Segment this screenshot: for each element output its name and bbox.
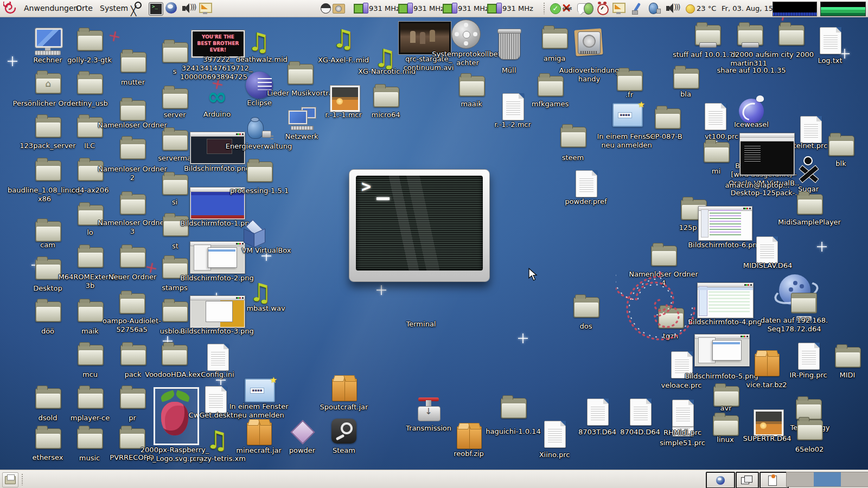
processing-label[interactable]: processing-1.5.1 (224, 187, 295, 195)
bla-icon[interactable] (673, 68, 699, 89)
login-fenster-1-icon[interactable]: ▪▪▪▪★ (612, 103, 643, 127)
energieverwaltung-label[interactable]: Energieverwaltung (218, 142, 299, 151)
vbox-terminal-window-icon[interactable] (739, 133, 795, 176)
r-1-2-mcr-label[interactable]: r.-1.-2.mcr (483, 120, 542, 129)
namenloser-ordner-2-icon[interactable] (120, 139, 146, 159)
window-stack-task-button[interactable] (736, 472, 759, 488)
dsold-icon[interactable] (35, 388, 61, 409)
m64romextender-icon[interactable] (78, 247, 104, 268)
bla-label[interactable]: bla (656, 90, 716, 99)
pack123-server-icon[interactable] (35, 117, 61, 138)
show-desktop-button[interactable] (2, 472, 18, 487)
bildschirmfoto-3-label[interactable]: Bildschirmfoto-3.png (176, 327, 258, 336)
login-fenster-2-label[interactable]: In einem Fenster neu anmelden (221, 402, 297, 420)
stuff-auf-icon[interactable] (695, 25, 721, 46)
bildschirmfoto-label[interactable]: Bildschirmfoto.png (179, 164, 255, 173)
bildschirmfoto-5-icon[interactable] (694, 334, 750, 367)
speaker-tray-icon[interactable]: ))) (665, 2, 679, 15)
spoutcraft-jar-label[interactable]: Spoutcraft.jar (314, 403, 374, 412)
vice-tar-bz2-label[interactable]: vice.tar.bz2 (737, 381, 796, 389)
cam-icon[interactable] (35, 221, 61, 242)
daten-auf-192-168-label[interactable]: daten auf 192.168. Seq178.72.d64 (754, 316, 835, 333)
midisampleplayer-label[interactable]: MidiSamplePlayer (769, 218, 850, 227)
bildschirmfoto-6-icon[interactable] (698, 206, 752, 241)
cpu-freq-label-2[interactable]: 931 MHz (413, 0, 444, 17)
cpu-freq-icon-4[interactable] (487, 2, 501, 15)
rechner-icon[interactable] (34, 28, 62, 54)
namenloser-ordner-label[interactable]: Namenloser Ordner (92, 121, 173, 130)
workspace-2[interactable] (814, 472, 841, 486)
sugar-icon[interactable] (796, 157, 821, 187)
telnet-prc-icon[interactable] (800, 116, 822, 143)
terminal-desktop-icon[interactable]: > (349, 169, 490, 282)
minecraft-jar-icon[interactable] (247, 422, 272, 445)
volume-icon[interactable]: ))) (181, 2, 195, 15)
reobf-zip-label[interactable]: reobf.zip (439, 450, 499, 458)
menu-system[interactable]: System (94, 0, 133, 16)
elo02-65-icon[interactable] (797, 420, 823, 440)
iceweasel-task-button[interactable] (706, 472, 735, 488)
qrc-stargate-icon[interactable] (399, 22, 451, 54)
vm-virtualbox-label[interactable]: VM VirtualBox (234, 246, 299, 255)
cam-label[interactable]: cam (18, 241, 78, 249)
stamps-label[interactable]: stamps (145, 284, 205, 292)
server-icon[interactable] (162, 88, 188, 109)
notes-task-button[interactable] (760, 472, 789, 488)
workspace-switcher[interactable] (786, 472, 868, 487)
haguichi-label[interactable]: haguichi-1.0.14 (478, 427, 548, 436)
midislav-d64-label[interactable]: MIDISLAV.D64 (732, 261, 803, 270)
cpu-freq-label-3[interactable]: 931 MHz (458, 0, 489, 17)
steem-label[interactable]: steem (543, 153, 603, 162)
namenloser-ordner-3-icon[interactable] (120, 194, 146, 215)
rhmidi-prc-label[interactable]: RHMidi.prc (653, 428, 712, 437)
powder-pref-icon[interactable] (576, 170, 597, 197)
ertiny-usb-label[interactable]: ertiny_usb (60, 99, 119, 108)
xg-axel-label[interactable]: XG-Axel-F..mid (311, 56, 376, 65)
neuer-ordner-icon[interactable] (120, 247, 146, 268)
cpu-freq-icon-1[interactable] (354, 2, 367, 15)
supertr-d64-label[interactable]: SUPERTR.D64 (735, 434, 800, 443)
raspberry-logo-icon[interactable] (154, 387, 199, 445)
d64-8703t-icon[interactable] (587, 399, 609, 426)
midi-icon[interactable] (835, 347, 861, 368)
workspace-1[interactable] (787, 472, 814, 486)
blk-icon[interactable] (828, 136, 854, 156)
disk-drive-icon[interactable] (332, 2, 346, 15)
muell-label[interactable]: Müll (479, 66, 539, 75)
micro64-label[interactable]: micro64 (356, 111, 416, 119)
oampo-audiolet-icon[interactable] (119, 293, 145, 314)
haguichi-icon[interactable] (501, 398, 527, 419)
midi-label[interactable]: MIDI (818, 371, 868, 380)
cd4-ax206-label[interactable]: cd4-ax206 (60, 186, 120, 195)
steam-icon[interactable] (331, 419, 356, 444)
golly-label[interactable]: golly-2.3-gtk (57, 56, 122, 65)
steam-label[interactable]: Steam (314, 446, 374, 455)
crazy-tetris-icon[interactable]: ♫ (205, 426, 229, 453)
eject-icon[interactable] (319, 2, 333, 15)
d64-8704d-icon[interactable] (630, 399, 652, 426)
ilc-label[interactable]: ILC (60, 142, 119, 150)
d2000-auf-martin311-icon[interactable] (737, 25, 763, 46)
ethersex-icon[interactable] (35, 428, 61, 449)
systemprotokollbetrachter-icon[interactable] (451, 20, 481, 49)
bildschirmfoto-2-label[interactable]: Bildschirmfoto-2.png (176, 274, 258, 282)
energieverwaltung-icon[interactable] (246, 118, 271, 140)
spoutcraft-jar-icon[interactable] (332, 378, 357, 401)
si-icon[interactable] (162, 175, 188, 195)
dos-icon[interactable] (573, 297, 599, 318)
steem-icon[interactable] (560, 127, 586, 147)
usbload-icon[interactable] (162, 301, 188, 322)
sugar-person-icon[interactable]: ╳ (130, 2, 144, 15)
xg-axel-icon[interactable]: ♫ (331, 25, 356, 52)
pr-icon[interactable] (120, 388, 146, 409)
ertiny-usb-icon[interactable] (77, 74, 103, 94)
powder-icon[interactable] (291, 421, 313, 442)
baudline-icon[interactable] (35, 160, 61, 181)
login-fenster-2-icon[interactable]: ▪▪▪▪★ (245, 378, 275, 402)
alarm-clock-icon[interactable] (596, 2, 609, 15)
power-cable-icon[interactable] (631, 2, 644, 15)
log-txt-icon[interactable] (820, 27, 841, 54)
vm-virtualbox-icon[interactable] (241, 220, 267, 247)
cpu-freq-label-4[interactable]: 931 MHz (502, 0, 533, 17)
cpu-freq-label-1[interactable]: 931 MHz (369, 0, 400, 17)
